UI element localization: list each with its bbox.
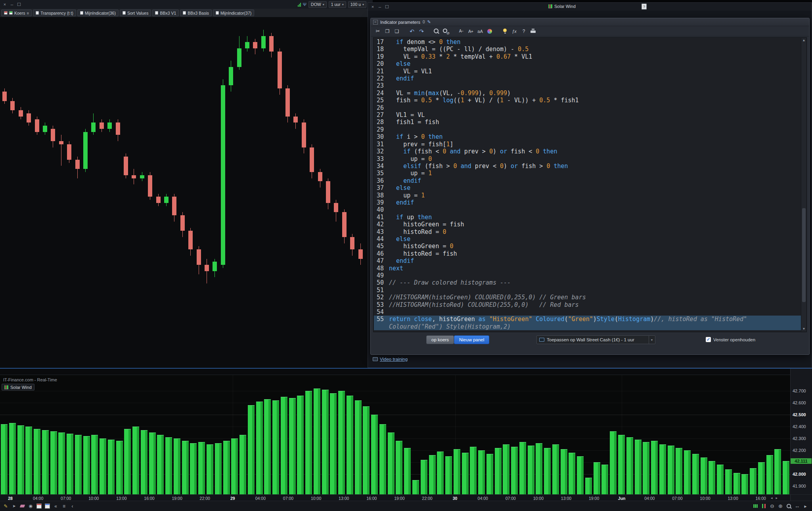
video-training-link[interactable]: Video training [373,357,408,362]
font-increase-icon[interactable] [467,28,475,35]
eraser-icon[interactable] [19,503,26,510]
code-line-45[interactable]: 45 histoGreen = 0 [374,243,801,250]
chart-toolbar-button-2[interactable]: MijnIndicator(36) [77,10,119,16]
minimize-icon[interactable] [377,4,382,9]
timeframe-dropdown[interactable]: 1 uur ▾ [329,1,346,8]
close-icon[interactable] [370,4,375,9]
code-line-38[interactable]: 38 up = 1 [374,192,801,199]
scrollbar-thumb[interactable] [802,208,806,302]
chart-toolbar-button-1[interactable]: Transparency (t t) [33,10,76,16]
scroll-left-icon[interactable]: ◂ [771,496,773,500]
fit-icon[interactable] [793,503,801,510]
code-line-54[interactable]: 54 [374,308,801,316]
code-line-50[interactable]: 50// --- Draw colored histograms --- [374,279,801,286]
code-line-43[interactable]: 43 histoRed = 0 [374,228,801,235]
chart-toolbar-button-3[interactable]: Sort Values [120,10,151,16]
code-line-30[interactable]: 30 if i > 0 then [374,133,801,140]
code-line-28[interactable]: 28 fish1 = fish [374,119,801,126]
hint-icon[interactable] [501,28,509,35]
code-line-49[interactable]: 49 [374,272,801,279]
font-style-icon[interactable] [476,28,484,35]
pane-tab-solar-wind[interactable]: Solar Wind [2,384,34,390]
scroll-up-icon[interactable]: ▲ [801,38,806,43]
grid-blue-icon[interactable] [44,503,51,510]
menu-icon[interactable] [60,503,68,510]
code-line-33[interactable]: 33 up = 0 [374,155,801,163]
cut-icon[interactable] [374,28,382,35]
code-line-55[interactable]: 55return close, histoGreen as "HistoGree… [374,316,801,330]
copy-icon[interactable] [383,28,391,35]
code-line-36[interactable]: 36 endif [374,177,801,184]
code-line-23[interactable]: 23 [374,82,801,89]
code-line-32[interactable]: 32 if (fish < 0 and prev > 0) or fish < … [374,148,801,155]
search-text-icon[interactable] [442,28,450,35]
code-line-18[interactable]: 18 tempVal = ((PC - ll) / denom) - 0.5 [374,46,801,53]
zoom-out-icon[interactable] [768,503,776,510]
nieuw-panel-button[interactable]: Nieuw panel [454,335,489,344]
colors-icon[interactable] [486,28,494,35]
magnifier-icon[interactable] [785,503,793,510]
script-help-icon[interactable]: ? [642,4,647,10]
time-axis[interactable]: ◂ ▸ 2804:0007:0010:0013:0016:0019:0022:0… [0,494,790,501]
code-line-22[interactable]: 22 endif [374,75,801,82]
code-line-17[interactable]: 17 if denom <> 0 then [374,38,801,46]
code-line-20[interactable]: 20 else [374,60,801,67]
chart-toolbar-button-6[interactable]: MijnIndicator(37) [213,10,254,16]
code-editor[interactable]: 17 if denom <> 0 then18 tempVal = ((PC -… [373,37,807,332]
code-line-31[interactable]: 31 prev = fish[1] [374,141,801,148]
apply-to-dropdown[interactable]: Toepassen op Wall Street Cash (1€) - 1 u… [536,335,655,344]
close-icon[interactable] [2,2,7,7]
zoom-in-icon[interactable] [777,503,784,510]
code-line-41[interactable]: 41 if up then [374,214,801,221]
code-line-46[interactable]: 46 histoRed = fish [374,250,801,257]
collapse-icon[interactable]: − [373,20,378,25]
chart-toolbar-button-0[interactable]: Koers≡ [1,10,32,16]
code-line-44[interactable]: 44 else [374,235,801,243]
maximize-icon[interactable] [17,2,21,7]
price-axis[interactable]: 42.70042.60042.50042.40042.30042.20042.0… [790,369,812,494]
symbol-dropdown[interactable]: DOW ▾ [308,1,327,8]
code-line-24[interactable]: 24 VL = min(max(VL, -0.999), 0.999) [374,90,801,97]
code-line-29[interactable]: 29 [374,126,801,133]
editor-scrollbar[interactable]: ▲ ▼ [801,38,806,331]
keep-open-checkbox[interactable]: ✓ [706,337,711,342]
code-line-47[interactable]: 47 endif [374,257,801,264]
function-icon[interactable] [510,28,518,35]
code-line-25[interactable]: 25 fish = 0.5 * log((1 + VL) / (1 - VL))… [374,97,801,104]
chart-toolbar-button-4[interactable]: BBx3 V1 [152,10,179,16]
print-icon[interactable] [529,28,537,35]
pencil-icon[interactable] [2,503,10,510]
pointer-icon[interactable] [10,503,18,510]
camera-icon[interactable] [27,503,34,510]
font-decrease-icon[interactable] [457,28,465,35]
chart-toolbar-button-5[interactable]: BBx3 Basis [180,10,212,16]
code-line-37[interactable]: 37 else [374,184,801,191]
scroll-right-icon[interactable]: ▸ [776,496,778,500]
help-icon[interactable] [520,28,528,35]
code-line-26[interactable]: 26 [374,104,801,111]
redo-icon[interactable] [417,28,425,35]
dialog-titlebar[interactable]: − Indicator parameters 0 ✎ [371,18,809,26]
maximize-icon[interactable] [385,4,389,10]
op-koers-button[interactable]: op koers [426,335,454,344]
code-line-19[interactable]: 19 VL = 0.33 * 2 * tempVal + 0.67 * VL1 [374,53,801,60]
paste-icon[interactable] [393,28,401,35]
undo-icon[interactable] [408,28,416,35]
code-line-40[interactable]: 40 [374,206,801,213]
scroll-down-icon[interactable]: ▼ [801,327,806,331]
code-line-52[interactable]: 52//HISTOGRAM(histoGreen) COLOURED(0,255… [374,294,801,301]
units-dropdown[interactable]: 100 u ▾ [348,1,366,8]
candlestick-icon[interactable] [760,503,768,510]
code-line-21[interactable]: 21 VL = VL1 [374,68,801,75]
histogram-chart[interactable] [0,375,790,494]
minimize-icon[interactable] [10,2,14,7]
code-line-35[interactable]: 35 up = 1 [374,170,801,177]
collapse-left-icon[interactable] [52,503,59,510]
chevron-left-icon[interactable] [69,503,76,510]
search-icon[interactable] [433,28,440,35]
candlestick-chart[interactable] [0,18,373,368]
mini-chart-icon[interactable] [752,503,759,510]
code-line-34[interactable]: 34 elsif (fish > 0 and prev < 0) or fish… [374,163,801,170]
code-line-39[interactable]: 39 endif [374,199,801,206]
code-line-27[interactable]: 27 VL1 = VL [374,111,801,119]
